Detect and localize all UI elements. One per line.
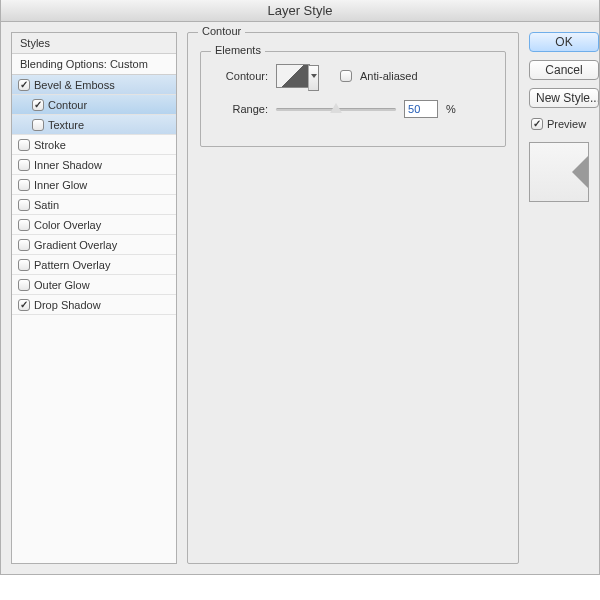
new-style-button[interactable]: New Style... bbox=[529, 88, 599, 108]
style-row[interactable]: Inner Shadow bbox=[12, 155, 176, 175]
right-panel: OK Cancel New Style... Preview bbox=[529, 32, 599, 564]
main-panel: Contour Elements Contour: Anti-aliased R… bbox=[187, 32, 519, 564]
contour-picker[interactable] bbox=[276, 64, 310, 88]
window-title: Layer Style bbox=[267, 3, 332, 18]
style-checkbox[interactable] bbox=[18, 219, 30, 231]
preview-row: Preview bbox=[529, 118, 599, 130]
style-row[interactable]: Outer Glow bbox=[12, 275, 176, 295]
style-label: Pattern Overlay bbox=[34, 259, 110, 271]
preview-swatch bbox=[529, 142, 589, 202]
style-checkbox[interactable] bbox=[18, 179, 30, 191]
range-row: Range: % bbox=[213, 100, 493, 118]
styles-header[interactable]: Styles bbox=[12, 33, 176, 54]
style-checkbox[interactable] bbox=[32, 99, 44, 111]
style-row[interactable]: Color Overlay bbox=[12, 215, 176, 235]
anti-aliased-checkbox[interactable] bbox=[340, 70, 352, 82]
style-row[interactable]: Bevel & Emboss bbox=[12, 75, 176, 95]
elements-fieldset-title: Elements bbox=[211, 44, 265, 56]
style-label: Color Overlay bbox=[34, 219, 101, 231]
contour-label: Contour: bbox=[213, 70, 268, 82]
range-input[interactable] bbox=[404, 100, 438, 118]
style-label: Contour bbox=[48, 99, 87, 111]
style-row[interactable]: Texture bbox=[12, 115, 176, 135]
range-unit: % bbox=[446, 103, 456, 115]
style-row[interactable]: Gradient Overlay bbox=[12, 235, 176, 255]
style-checkbox[interactable] bbox=[18, 159, 30, 171]
style-label: Satin bbox=[34, 199, 59, 211]
chevron-down-icon bbox=[311, 74, 317, 78]
blending-options-row[interactable]: Blending Options: Custom bbox=[12, 54, 176, 75]
style-label: Bevel & Emboss bbox=[34, 79, 115, 91]
style-label: Outer Glow bbox=[34, 279, 90, 291]
styles-list: Bevel & EmbossContourTextureStrokeInner … bbox=[12, 75, 176, 315]
preview-label: Preview bbox=[547, 118, 586, 130]
style-checkbox[interactable] bbox=[18, 139, 30, 151]
style-label: Inner Shadow bbox=[34, 159, 102, 171]
window-content: Styles Blending Options: Custom Bevel & … bbox=[1, 22, 599, 574]
style-row[interactable]: Contour bbox=[12, 95, 176, 115]
anti-aliased-label: Anti-aliased bbox=[360, 70, 417, 82]
style-label: Gradient Overlay bbox=[34, 239, 117, 251]
style-checkbox[interactable] bbox=[18, 239, 30, 251]
style-row[interactable]: Inner Glow bbox=[12, 175, 176, 195]
style-row[interactable]: Drop Shadow bbox=[12, 295, 176, 315]
range-slider[interactable] bbox=[276, 102, 396, 116]
style-checkbox[interactable] bbox=[18, 199, 30, 211]
style-row[interactable]: Satin bbox=[12, 195, 176, 215]
layer-style-window: Layer Style Styles Blending Options: Cus… bbox=[0, 0, 600, 575]
style-row[interactable]: Pattern Overlay bbox=[12, 255, 176, 275]
style-checkbox[interactable] bbox=[32, 119, 44, 131]
style-label: Stroke bbox=[34, 139, 66, 151]
style-label: Drop Shadow bbox=[34, 299, 101, 311]
style-checkbox[interactable] bbox=[18, 79, 30, 91]
cancel-button[interactable]: Cancel bbox=[529, 60, 599, 80]
contour-row: Contour: Anti-aliased bbox=[213, 64, 493, 88]
window-titlebar: Layer Style bbox=[1, 0, 599, 22]
style-row[interactable]: Stroke bbox=[12, 135, 176, 155]
range-label: Range: bbox=[213, 103, 268, 115]
preview-checkbox[interactable] bbox=[531, 118, 543, 130]
style-label: Inner Glow bbox=[34, 179, 87, 191]
slider-thumb-icon[interactable] bbox=[330, 103, 342, 113]
style-checkbox[interactable] bbox=[18, 299, 30, 311]
styles-panel: Styles Blending Options: Custom Bevel & … bbox=[11, 32, 177, 564]
style-checkbox[interactable] bbox=[18, 279, 30, 291]
style-label: Texture bbox=[48, 119, 84, 131]
elements-fieldset: Elements Contour: Anti-aliased Range: bbox=[200, 51, 506, 147]
ok-button[interactable]: OK bbox=[529, 32, 599, 52]
contour-fieldset: Contour Elements Contour: Anti-aliased R… bbox=[187, 32, 519, 564]
contour-fieldset-title: Contour bbox=[198, 25, 245, 37]
preview-icon bbox=[572, 154, 589, 190]
style-checkbox[interactable] bbox=[18, 259, 30, 271]
